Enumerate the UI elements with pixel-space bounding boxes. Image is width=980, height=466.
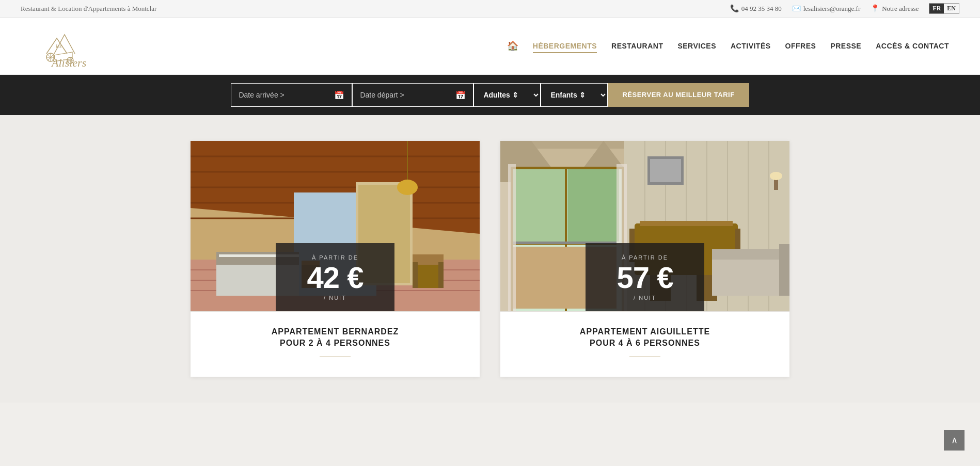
email-icon: ✉️ bbox=[792, 4, 801, 13]
card-bernardez-divider bbox=[320, 357, 351, 357]
arrival-field[interactable]: 📅 bbox=[231, 83, 352, 107]
arrival-calendar-icon[interactable]: 📅 bbox=[334, 90, 344, 100]
card-aiguillette[interactable]: À PARTIR DE 57 € / NUIT APPARTEMENT AIGU… bbox=[500, 141, 789, 377]
main-content: À PARTIR DE 42 € / NUIT APPARTEMENT BERN… bbox=[0, 115, 980, 403]
svg-rect-72 bbox=[650, 159, 681, 182]
home-icon[interactable]: 🏠 bbox=[507, 40, 518, 52]
svg-rect-33 bbox=[413, 262, 418, 288]
price-overlay-1: À PARTIR DE 42 € / NUIT bbox=[276, 243, 394, 311]
children-select[interactable]: Enfants ⇕ 0 1 2 3 bbox=[541, 84, 607, 106]
card-aiguillette-title: APPARTEMENT AIGUILLETTE POUR 4 À 6 PERSO… bbox=[516, 326, 774, 349]
address-link[interactable]: 📍 Notre adresse bbox=[871, 4, 919, 13]
nav-services[interactable]: SERVICES bbox=[677, 42, 716, 50]
adults-select[interactable]: Adultes ⇕ 1 2 3 4 bbox=[474, 84, 540, 106]
price-from-2: À PARTIR DE bbox=[606, 254, 684, 261]
svg-text:les: les bbox=[56, 43, 61, 49]
price-amount-1: 42 € bbox=[296, 263, 374, 293]
price-unit-1: / NUIT bbox=[296, 295, 374, 301]
svg-rect-43 bbox=[511, 167, 624, 169]
card-aiguillette-divider bbox=[629, 357, 660, 357]
phone-icon: 📞 bbox=[730, 4, 739, 13]
tagline: Restaurant & Location d'Appartements à M… bbox=[21, 5, 156, 13]
svg-rect-66 bbox=[712, 254, 789, 296]
svg-point-70 bbox=[770, 172, 782, 180]
email-address: lesalisiers@orange.fr bbox=[803, 5, 861, 13]
svg-rect-34 bbox=[438, 262, 444, 288]
svg-rect-59 bbox=[640, 221, 733, 226]
nav-offres[interactable]: OFFRES bbox=[785, 42, 816, 50]
location-icon: 📍 bbox=[871, 4, 879, 13]
card-bernardez-title: APPARTEMENT BERNARDEZ POUR 2 À 4 PERSONN… bbox=[206, 326, 464, 349]
reserve-button[interactable]: RÉSERVER AU MEILLEUR TARIF bbox=[608, 83, 749, 107]
nav-acces-contact[interactable]: ACCÈS & CONTACT bbox=[876, 42, 949, 50]
svg-rect-68 bbox=[779, 244, 789, 296]
arrival-input[interactable] bbox=[239, 91, 329, 99]
price-from-1: À PARTIR DE bbox=[296, 254, 374, 261]
address-label: Notre adresse bbox=[882, 5, 919, 13]
main-nav: 🏠 HÉBERGEMENTS RESTAURANT SERVICES ACTIV… bbox=[507, 40, 949, 52]
price-amount-2: 57 € bbox=[606, 263, 684, 293]
departure-field[interactable]: 📅 bbox=[352, 83, 473, 107]
card-aiguillette-body: APPARTEMENT AIGUILLETTE POUR 4 À 6 PERSO… bbox=[500, 311, 789, 377]
lang-fr[interactable]: FR bbox=[929, 4, 944, 13]
header: les Alisiers 🏠 HÉBERGEMENTS RESTAURANT S… bbox=[0, 18, 980, 75]
nav-presse[interactable]: PRESSE bbox=[830, 42, 861, 50]
top-bar: Restaurant & Location d'Appartements à M… bbox=[0, 0, 980, 18]
logo[interactable]: les Alisiers bbox=[31, 25, 134, 67]
lang-en[interactable]: EN bbox=[944, 4, 959, 13]
phone-number: 04 92 35 34 80 bbox=[741, 5, 782, 13]
svg-rect-67 bbox=[712, 249, 789, 260]
email-link[interactable]: ✉️ lesalisiers@orange.fr bbox=[792, 4, 861, 13]
booking-bar: 📅 📅 Adultes ⇕ 1 2 3 4 Enfants ⇕ 0 1 2 3 … bbox=[0, 75, 980, 115]
price-unit-2: / NUIT bbox=[606, 295, 684, 301]
nav-restaurant[interactable]: RESTAURANT bbox=[611, 42, 663, 50]
card-aiguillette-image-wrap: À PARTIR DE 57 € / NUIT bbox=[500, 141, 789, 311]
phone-link[interactable]: 📞 04 92 35 34 80 bbox=[730, 4, 782, 13]
nav-activites[interactable]: ACTIVITÉS bbox=[731, 42, 771, 50]
price-overlay-2: À PARTIR DE 57 € / NUIT bbox=[586, 243, 704, 311]
svg-point-30 bbox=[397, 180, 418, 195]
svg-rect-61 bbox=[629, 229, 635, 236]
contact-info: 📞 04 92 35 34 80 ✉️ lesalisiers@orange.f… bbox=[730, 3, 959, 14]
svg-rect-73 bbox=[508, 164, 516, 311]
svg-rect-46 bbox=[513, 169, 565, 242]
svg-rect-63 bbox=[735, 229, 740, 236]
departure-calendar-icon[interactable]: 📅 bbox=[455, 90, 466, 100]
card-bernardez-image-wrap: À PARTIR DE 42 € / NUIT bbox=[191, 141, 480, 311]
children-select-wrap[interactable]: Enfants ⇕ 0 1 2 3 bbox=[541, 83, 608, 107]
svg-text:Alisiers: Alisiers bbox=[51, 56, 86, 67]
adults-select-wrap[interactable]: Adultes ⇕ 1 2 3 4 bbox=[473, 83, 541, 107]
nav-hebergements[interactable]: HÉBERGEMENTS bbox=[533, 42, 597, 50]
language-switcher[interactable]: FR EN bbox=[929, 3, 959, 14]
departure-input[interactable] bbox=[360, 91, 450, 99]
card-bernardez[interactable]: À PARTIR DE 42 € / NUIT APPARTEMENT BERN… bbox=[191, 141, 480, 377]
card-bernardez-body: APPARTEMENT BERNARDEZ POUR 2 À 4 PERSONN… bbox=[191, 311, 480, 377]
svg-rect-47 bbox=[567, 169, 619, 242]
